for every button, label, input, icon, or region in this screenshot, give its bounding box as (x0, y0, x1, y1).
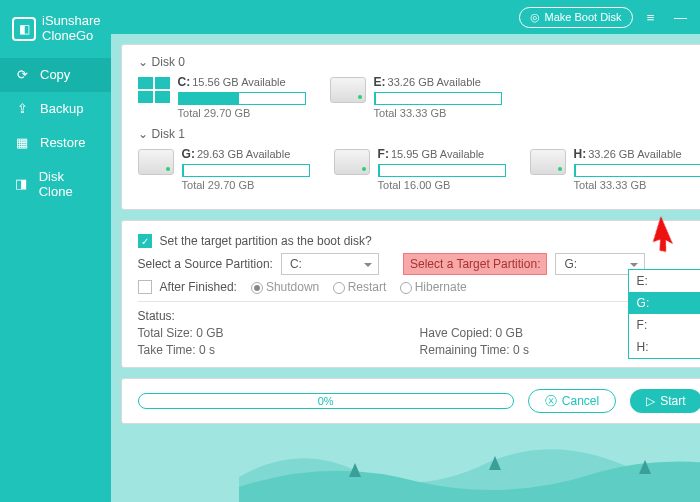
radio-label: Shutdown (266, 280, 319, 294)
chevron-down-icon: ⌄ (138, 55, 148, 69)
boot-checkbox[interactable]: ✓ (138, 234, 152, 248)
usage-bar (378, 164, 506, 177)
usage-bar (574, 164, 700, 177)
disk-header[interactable]: ⌄ Disk 1 (138, 127, 700, 141)
restore-icon: ▦ (14, 135, 30, 151)
partition-total: Total 29.70 GB (182, 179, 310, 191)
partition-label: G:29.63 GB Available (182, 147, 310, 161)
partition-label: H:33.26 GB Available (574, 147, 700, 161)
progress-bar: 0% (138, 393, 514, 409)
drive-icon (330, 77, 366, 103)
nav-restore[interactable]: ▦ Restore (0, 126, 111, 160)
footer-panel: 0% ⓧCancel ▷Start (121, 378, 700, 424)
partition-G[interactable]: G:29.63 GB Available Total 29.70 GB (138, 147, 310, 191)
sidebar: ◧ iSunshareCloneGo ⟳ Copy ⇪ Backup ▦ Res… (0, 0, 111, 502)
source-label: Select a Source Partition: (138, 257, 273, 271)
radio-shutdown[interactable] (251, 282, 263, 294)
copy-icon: ⟳ (14, 67, 30, 83)
partition-H[interactable]: H:33.26 GB Available Total 33.33 GB (530, 147, 700, 191)
start-button[interactable]: ▷Start (630, 389, 700, 413)
partition-label: C:15.56 GB Available (178, 75, 306, 89)
status-heading: Status: (138, 309, 700, 323)
dropdown-option[interactable]: G: (629, 292, 700, 314)
radio-hibernate[interactable] (400, 282, 412, 294)
disc-icon: ◎ (530, 11, 540, 24)
radio-label: Restart (348, 280, 387, 294)
partition-total: Total 33.33 GB (574, 179, 700, 191)
dropdown-option[interactable]: H: (629, 336, 700, 358)
usage-bar (182, 164, 310, 177)
status-take-time: Take Time: 0 s (138, 343, 420, 357)
nav-label: Backup (40, 101, 83, 116)
minimize-button[interactable]: — (669, 5, 693, 29)
disks-panel: ⌄ Disk 0 C:15.56 GB Available Total 29.7… (121, 44, 700, 210)
partition-total: Total 16.00 GB (378, 179, 506, 191)
make-boot-disk-button[interactable]: ◎ Make Boot Disk (519, 7, 633, 28)
usage-bar (374, 92, 502, 105)
settings-icon[interactable]: ≡ (639, 5, 663, 29)
chevron-down-icon: ⌄ (138, 127, 148, 141)
cancel-icon: ⓧ (545, 393, 557, 410)
target-label: Select a Target Partition: (403, 253, 548, 275)
drive-icon (530, 149, 566, 175)
partition-total: Total 29.70 GB (178, 107, 306, 119)
radio-label: Hibernate (415, 280, 467, 294)
nav-backup[interactable]: ⇪ Backup (0, 92, 111, 126)
logo-icon: ◧ (12, 17, 36, 41)
drive-icon (334, 149, 370, 175)
after-finished-checkbox[interactable] (138, 280, 152, 294)
target-partition-dropdown[interactable]: E: G: F: H: (628, 269, 700, 359)
partition-E[interactable]: E:33.26 GB Available Total 33.33 GB (330, 75, 502, 119)
nav-copy[interactable]: ⟳ Copy (0, 58, 111, 92)
windows-icon (138, 77, 170, 103)
disk-header[interactable]: ⌄ Disk 0 (138, 55, 700, 69)
status-total-size: Total Size: 0 GB (138, 326, 420, 340)
partition-label: F:15.95 GB Available (378, 147, 506, 161)
play-icon: ▷ (646, 394, 655, 408)
titlebar: ◎ Make Boot Disk ≡ — ✕ (111, 0, 700, 34)
nav-label: Copy (40, 67, 70, 82)
diskclone-icon: ◨ (14, 176, 29, 192)
boot-checkbox-label: Set the target partition as the boot dis… (160, 234, 372, 248)
cancel-button[interactable]: ⓧCancel (528, 389, 616, 413)
dropdown-option[interactable]: E: (629, 270, 700, 292)
backup-icon: ⇪ (14, 101, 30, 117)
nav-disk-clone[interactable]: ◨ Disk Clone (0, 160, 111, 208)
options-panel: ✓ Set the target partition as the boot d… (121, 220, 700, 368)
partition-C[interactable]: C:15.56 GB Available Total 29.70 GB (138, 75, 306, 119)
partition-F[interactable]: F:15.95 GB Available Total 16.00 GB (334, 147, 506, 191)
after-finished-label: After Finished: (160, 280, 237, 294)
app-logo: ◧ iSunshareCloneGo (0, 8, 111, 58)
source-partition-select[interactable]: C: (281, 253, 379, 275)
drive-icon (138, 149, 174, 175)
nav-label: Restore (40, 135, 86, 150)
partition-total: Total 33.33 GB (374, 107, 502, 119)
dropdown-option[interactable]: F: (629, 314, 700, 336)
partition-label: E:33.26 GB Available (374, 75, 502, 89)
radio-restart[interactable] (333, 282, 345, 294)
nav-label: Disk Clone (39, 169, 97, 199)
usage-bar (178, 92, 306, 105)
